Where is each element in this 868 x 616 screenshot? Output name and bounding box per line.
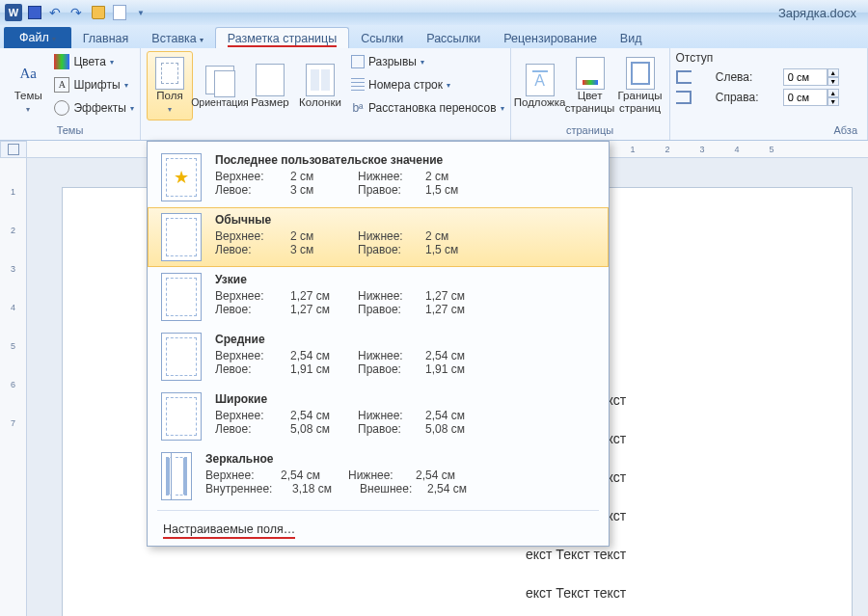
vertical-ruler[interactable]: 1234567	[0, 158, 27, 616]
tab-page-layout[interactable]: Разметка страницы	[215, 27, 349, 48]
effects-icon	[54, 100, 69, 116]
group-paragraph: Отступ Слева: ▲▼ Справа: ▲▼ Абза	[670, 48, 868, 140]
orientation-button[interactable]: Ориентация	[197, 51, 243, 121]
indent-heading: Отступ	[676, 51, 861, 65]
margins-button[interactable]: Поля▾	[147, 51, 193, 121]
indent-left-label: Слева:	[716, 70, 777, 84]
breaks-icon	[351, 55, 365, 68]
indent-left-icon	[676, 70, 692, 84]
dropdown-separator	[157, 510, 599, 511]
margins-thumb-icon	[161, 333, 202, 381]
margins-option-wide[interactable]: Широкие Верхнее:2,54 смНижнее:2,54 см Ле…	[148, 387, 609, 446]
tab-file[interactable]: Файл▾	[4, 27, 71, 48]
ruler-corner[interactable]	[0, 141, 27, 158]
title-bar: W ▼ Зарядка.docx	[0, 0, 868, 25]
theme-fonts-button[interactable]: AШрифты ▾	[54, 74, 134, 95]
new-doc-button[interactable]	[110, 3, 129, 22]
fonts-icon: A	[54, 77, 69, 93]
group-page-setup: Поля▾ Ориентация Размер Колонки Разрывы …	[141, 48, 511, 140]
line-numbers-button[interactable]: Номера строк ▾	[351, 74, 504, 95]
custom-margins-button[interactable]: Настраиваемые поля…	[148, 515, 609, 546]
redo-icon	[70, 6, 84, 19]
folder-open-icon	[92, 6, 105, 19]
group-label-page-background: страницы	[517, 122, 664, 138]
themes-button[interactable]: Темы▾	[6, 51, 50, 121]
tab-mailings[interactable]: Рассылки	[415, 28, 492, 48]
body-text-line: екст Текст текст	[526, 574, 765, 612]
margins-thumb-icon	[161, 213, 202, 261]
page-color-icon	[576, 57, 605, 90]
tab-home[interactable]: Главная	[71, 28, 141, 48]
hyphenation-button[interactable]: bªРасстановка переносов ▾	[351, 97, 504, 119]
indent-left-spinner[interactable]: ▲▼	[783, 68, 837, 86]
indent-right-down[interactable]: ▼	[827, 97, 839, 106]
page-color-button[interactable]: Цвет страницы	[567, 51, 613, 121]
indent-right-label: Справа:	[716, 91, 777, 104]
indent-right-icon	[676, 91, 692, 104]
margins-thumb-icon	[161, 153, 202, 201]
watermark-button[interactable]: Подложка	[517, 51, 563, 121]
indent-left-up[interactable]: ▲	[827, 68, 839, 77]
margins-option-mirrored[interactable]: Зеркальное Верхнее:2,54 смНижнее:2,54 см…	[148, 446, 609, 506]
indent-left-down[interactable]: ▼	[827, 77, 839, 86]
tab-view[interactable]: Вид	[609, 28, 654, 48]
indent-right-up[interactable]: ▲	[827, 89, 839, 97]
colors-icon	[54, 54, 69, 69]
watermark-icon	[526, 64, 555, 96]
save-icon	[28, 6, 41, 19]
margins-option-last-custom[interactable]: Последнее пользовательское значение Верх…	[148, 147, 609, 207]
theme-effects-button[interactable]: Эффекты ▾	[54, 97, 134, 119]
hyphenation-icon: bª	[351, 101, 365, 115]
group-label-paragraph: Абза	[676, 122, 861, 138]
tab-references[interactable]: Ссылки	[349, 28, 415, 48]
indent-left-input[interactable]	[783, 68, 827, 86]
margins-thumb-icon	[171, 452, 192, 500]
tab-review[interactable]: Рецензирование	[492, 28, 609, 48]
margins-thumb-icon	[161, 273, 202, 321]
redo-button[interactable]	[68, 3, 87, 22]
breaks-button[interactable]: Разрывы ▾	[351, 51, 504, 72]
undo-icon	[49, 6, 63, 19]
tab-insert[interactable]: Вставка▾	[140, 28, 214, 48]
page-borders-button[interactable]: Границы страниц	[617, 51, 664, 121]
columns-icon	[306, 64, 335, 96]
margins-option-normal[interactable]: Обычные Верхнее:2 смНижнее:2 см Левое:3 …	[148, 207, 609, 267]
margins-icon	[155, 57, 184, 90]
margins-dropdown: Последнее пользовательское значение Верх…	[147, 141, 610, 547]
group-label-themes: Темы	[6, 122, 134, 138]
ribbon-tabs: Файл▾ Главная Вставка▾ Разметка страницы…	[0, 25, 868, 48]
indent-right-spinner[interactable]: ▲▼	[783, 89, 837, 106]
margins-option-narrow[interactable]: Узкие Верхнее:1,27 смНижнее:1,27 см Лево…	[148, 267, 609, 327]
page-borders-icon	[626, 57, 655, 90]
group-label-page-setup	[147, 122, 504, 138]
save-button[interactable]	[25, 3, 44, 22]
line-numbers-icon	[351, 78, 365, 92]
size-button[interactable]: Размер	[247, 51, 293, 121]
undo-button[interactable]	[46, 3, 66, 22]
qat-customize-dropdown[interactable]: ▼	[131, 3, 150, 22]
new-doc-icon	[113, 5, 126, 20]
themes-icon	[15, 61, 41, 86]
word-app-icon[interactable]: W	[4, 3, 23, 22]
margins-option-moderate[interactable]: Средние Верхнее:2,54 смНижнее:2,54 см Ле…	[148, 327, 609, 387]
ribbon: Темы▾ Цвета ▾ AШрифты ▾ Эффекты ▾ Темы П…	[0, 48, 868, 141]
open-button[interactable]	[89, 3, 108, 22]
orientation-icon	[205, 66, 234, 94]
page-size-icon	[256, 64, 285, 96]
margins-thumb-icon	[161, 392, 202, 441]
quick-access-toolbar: W ▼	[4, 3, 150, 22]
theme-colors-button[interactable]: Цвета ▾	[54, 51, 134, 72]
columns-button[interactable]: Колонки	[297, 51, 343, 121]
document-title: Зарядка.docx	[778, 6, 864, 20]
indent-right-input[interactable]	[783, 89, 827, 106]
group-page-background: Подложка Цвет страницы Границы страниц с…	[511, 48, 670, 140]
group-themes: Темы▾ Цвета ▾ AШрифты ▾ Эффекты ▾ Темы	[0, 48, 141, 140]
